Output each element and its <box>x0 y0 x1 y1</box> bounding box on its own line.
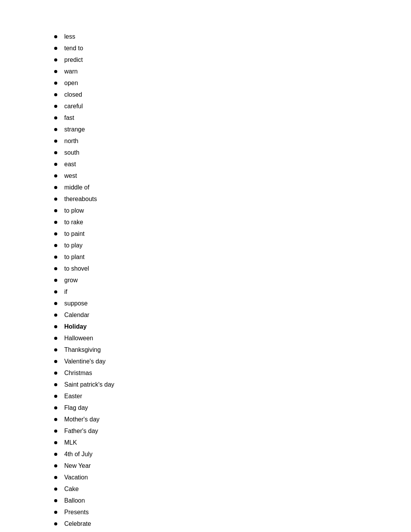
bullet-icon <box>54 82 57 85</box>
bullet-icon <box>54 488 57 491</box>
item-label: to play <box>64 241 82 250</box>
bullet-icon <box>54 522 57 525</box>
bullet-icon <box>54 418 57 421</box>
bullet-icon <box>54 221 57 224</box>
list-item-mothers-day: Mother's day <box>54 414 411 425</box>
item-label: south <box>64 148 79 157</box>
item-label: Celebrate <box>64 519 91 529</box>
item-label: strange <box>64 125 85 134</box>
bullet-icon <box>54 499 57 502</box>
bullet-icon <box>54 174 57 177</box>
bullet-icon <box>54 314 57 317</box>
item-label: Mother's day <box>64 415 99 424</box>
list-item-open: open <box>54 77 411 89</box>
item-label: north <box>64 136 78 146</box>
list-item-fast: fast <box>54 112 411 124</box>
item-label: Christmas <box>64 368 92 378</box>
bullet-icon <box>54 302 57 305</box>
list-item-to-paint: to paint <box>54 228 411 240</box>
bullet-icon <box>54 70 57 73</box>
bullet-icon <box>54 348 57 351</box>
bullet-icon <box>54 406 57 409</box>
bullet-icon <box>54 58 57 61</box>
bullet-icon <box>54 464 57 467</box>
list-item-to-plow: to plow <box>54 205 411 217</box>
bullet-icon <box>54 47 57 50</box>
item-label: predict <box>64 55 83 65</box>
bullet-icon <box>54 290 57 293</box>
item-label: fast <box>64 113 74 123</box>
list-item-south: south <box>54 147 411 159</box>
list-item-4th-of-july: 4th of July <box>54 448 411 460</box>
bullet-icon <box>54 198 57 201</box>
list-item-mall: Mall <box>54 530 411 532</box>
item-label: open <box>64 78 78 88</box>
list-item-halloween: Halloween <box>54 332 411 344</box>
bullet-icon <box>54 279 57 282</box>
list-item-west: west <box>54 170 411 182</box>
list-item-middle-of: middle of <box>54 182 411 193</box>
bullet-icon <box>54 116 57 119</box>
list-item-to-plant: to plant <box>54 251 411 263</box>
bullet-icon <box>54 244 57 247</box>
bullet-icon <box>54 360 57 363</box>
list-item-valentines-day: Valentine's day <box>54 356 411 367</box>
bullet-icon <box>54 511 57 514</box>
item-label: middle of <box>64 183 89 192</box>
list-item-cake: Cake <box>54 483 411 495</box>
bullet-icon <box>54 337 57 340</box>
item-label: Balloon <box>64 496 85 505</box>
bullet-icon <box>54 395 57 398</box>
list-item-mlk: MLK <box>54 437 411 448</box>
item-label: careful <box>64 102 83 111</box>
bullet-icon <box>54 232 57 235</box>
bullet-icon <box>54 35 57 38</box>
list-item-easter: Easter <box>54 390 411 402</box>
list-item-christmas: Christmas <box>54 367 411 379</box>
bullet-icon <box>54 372 57 375</box>
bullet-icon <box>54 430 57 433</box>
bullet-icon <box>54 93 57 96</box>
list-item-to-play: to play <box>54 240 411 251</box>
list-item-to-shovel: to shovel <box>54 263 411 275</box>
item-label: to plant <box>64 252 84 262</box>
item-label: to rake <box>64 218 83 227</box>
item-label: Father's day <box>64 426 98 436</box>
list-item-holiday: Holiday <box>54 321 411 332</box>
list-item-flag-day: Flag day <box>54 402 411 414</box>
list-item-presents: Presents <box>54 506 411 518</box>
bullet-icon <box>54 267 57 270</box>
bullet-icon <box>54 163 57 166</box>
item-label: Cake <box>64 484 79 494</box>
item-label: Holiday <box>64 322 87 331</box>
list-item-calendar: Calendar <box>54 309 411 321</box>
list-item-thanksgiving: Thanksgiving <box>54 344 411 356</box>
item-label: to paint <box>64 229 84 239</box>
bullet-icon <box>54 105 57 108</box>
list-item-celebrate: Celebrate <box>54 518 411 530</box>
item-label: tend to <box>64 44 83 53</box>
main-content: lesstend topredictwarnopenclosedcarefulf… <box>0 0 411 532</box>
list-item-predict: predict <box>54 54 411 66</box>
item-label: to shovel <box>64 264 89 273</box>
bullet-icon <box>54 453 57 456</box>
list-item-tend-to: tend to <box>54 43 411 54</box>
list-item-east: east <box>54 159 411 170</box>
item-label: less <box>64 32 75 41</box>
item-label: if <box>64 287 67 297</box>
vocabulary-list: lesstend topredictwarnopenclosedcarefulf… <box>54 31 411 532</box>
list-item-to-rake: to rake <box>54 217 411 228</box>
list-item-north: north <box>54 135 411 147</box>
list-item-closed: closed <box>54 89 411 101</box>
item-label: west <box>64 171 77 181</box>
list-item-saint-patricks-day: Saint patrick's day <box>54 379 411 390</box>
list-item-warn: warn <box>54 66 411 77</box>
item-label: Flag day <box>64 403 88 413</box>
item-label: suppose <box>64 299 88 308</box>
list-item-if: if <box>54 286 411 298</box>
list-item-balloon: Balloon <box>54 495 411 506</box>
bullet-icon <box>54 441 57 444</box>
item-label: Saint patrick's day <box>64 380 114 389</box>
bullet-icon <box>54 325 57 328</box>
item-label: 4th of July <box>64 450 92 459</box>
